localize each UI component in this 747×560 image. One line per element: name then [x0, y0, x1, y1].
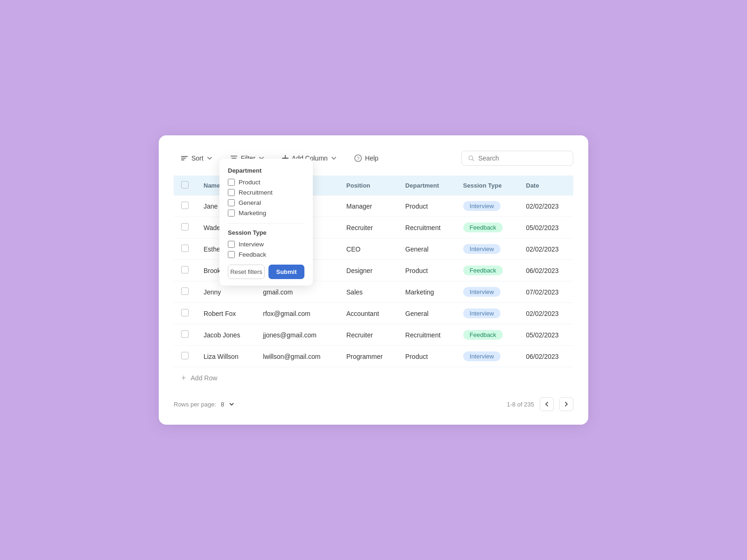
rows-per-page-select[interactable]: 8 16 32: [219, 400, 235, 408]
filter-dropdown: Department Product Recruitment General M…: [219, 159, 313, 286]
filter-option-interview[interactable]: Interview: [228, 241, 304, 248]
reset-filters-button[interactable]: Reset filters: [228, 265, 265, 279]
filter-divider: [228, 223, 304, 224]
row-email: jjones@gmail.com: [255, 324, 339, 346]
row-session-type: Feedback: [456, 217, 519, 238]
row-position: Recruiter: [339, 324, 398, 346]
session-type-badge: Interview: [463, 308, 500, 318]
row-position: Sales: [339, 281, 398, 303]
col-date: Date: [519, 175, 574, 196]
submit-button[interactable]: Submit: [268, 265, 304, 279]
label-interview: Interview: [239, 241, 264, 248]
department-options: Product Recruitment General Marketing: [228, 179, 304, 217]
row-session-type: Feedback: [456, 260, 519, 281]
checkbox-product[interactable]: [228, 179, 235, 186]
help-button[interactable]: ? Help: [347, 150, 385, 166]
rows-per-page: Rows per page: 8 16 32: [174, 400, 235, 408]
add-row-icon: +: [181, 374, 186, 382]
col-checkbox: [174, 175, 196, 196]
pagination: Rows per page: 8 16 32 1-8 of 235: [174, 397, 573, 411]
label-feedback: Feedback: [239, 251, 266, 258]
row-checkbox[interactable]: [181, 287, 189, 295]
sort-button[interactable]: Sort: [174, 150, 219, 166]
row-date: 02/02/2023: [519, 238, 574, 260]
row-checkbox-cell: [174, 281, 196, 303]
row-email: rfox@gmail.com: [255, 303, 339, 324]
filter-option-recruitment[interactable]: Recruitment: [228, 189, 304, 196]
row-session-type: Interview: [456, 196, 519, 217]
session-type-badge: Feedback: [463, 223, 503, 232]
svg-text:?: ?: [357, 156, 359, 161]
row-department: Recruitment: [398, 324, 456, 346]
add-row-button[interactable]: + Add Row: [174, 367, 573, 389]
row-checkbox[interactable]: [181, 266, 189, 273]
row-email: lwillson@gmail.com: [255, 346, 339, 367]
session-type-badge: Interview: [463, 244, 500, 254]
table-row: Liza Willson lwillson@gmail.com Programm…: [174, 346, 573, 367]
row-checkbox-cell: [174, 346, 196, 367]
add-column-chevron-icon: [331, 155, 337, 161]
row-department: Product: [398, 346, 456, 367]
rows-per-page-label: Rows per page:: [174, 401, 216, 408]
row-checkbox-cell: [174, 238, 196, 260]
row-department: Product: [398, 196, 456, 217]
main-card: Sort Filter Add Column: [159, 135, 588, 425]
filter-option-feedback[interactable]: Feedback: [228, 251, 304, 258]
label-general: General: [239, 199, 261, 206]
row-checkbox[interactable]: [181, 309, 189, 316]
row-date: 02/02/2023: [519, 303, 574, 324]
row-position: Recruiter: [339, 217, 398, 238]
session-type-badge: Feedback: [463, 330, 503, 340]
row-date: 05/02/2023: [519, 217, 574, 238]
checkbox-marketing[interactable]: [228, 210, 235, 217]
header-checkbox[interactable]: [181, 181, 189, 189]
checkbox-feedback[interactable]: [228, 251, 235, 258]
row-name: Robert Fox: [196, 303, 255, 324]
row-checkbox[interactable]: [181, 202, 189, 209]
pagination-controls: 1-8 of 235: [507, 397, 573, 411]
label-recruitment: Recruitment: [239, 189, 273, 196]
filter-option-general[interactable]: General: [228, 199, 304, 206]
department-section-title: Department: [228, 167, 304, 174]
row-session-type: Interview: [456, 281, 519, 303]
sort-chevron-icon: [206, 155, 213, 161]
row-position: CEO: [339, 238, 398, 260]
row-checkbox[interactable]: [181, 223, 189, 231]
row-department: Product: [398, 260, 456, 281]
checkbox-interview[interactable]: [228, 241, 235, 248]
table-row: Robert Fox rfox@gmail.com Accountant Gen…: [174, 303, 573, 324]
row-checkbox-cell: [174, 260, 196, 281]
filter-option-product[interactable]: Product: [228, 179, 304, 186]
row-position: Programmer: [339, 346, 398, 367]
row-session-type: Interview: [456, 303, 519, 324]
session-type-badge: Interview: [463, 287, 500, 297]
session-type-badge: Feedback: [463, 266, 503, 275]
checkbox-general[interactable]: [228, 199, 235, 206]
table-row: Jacob Jones jjones@gmail.com Recruiter R…: [174, 324, 573, 346]
row-checkbox[interactable]: [181, 245, 189, 252]
row-checkbox[interactable]: [181, 330, 189, 338]
add-row-label: Add Row: [191, 374, 218, 382]
pagination-range: 1-8 of 235: [507, 401, 534, 408]
row-name: Jacob Jones: [196, 324, 255, 346]
row-date: 05/02/2023: [519, 324, 574, 346]
row-date: 06/02/2023: [519, 260, 574, 281]
col-department: Department: [398, 175, 456, 196]
row-date: 07/02/2023: [519, 281, 574, 303]
checkbox-recruitment[interactable]: [228, 189, 235, 196]
row-checkbox[interactable]: [181, 352, 189, 359]
row-department: General: [398, 238, 456, 260]
col-position: Position: [339, 175, 398, 196]
search-input[interactable]: [478, 154, 566, 162]
session-type-badge: Interview: [463, 201, 500, 211]
row-position: Manager: [339, 196, 398, 217]
row-session-type: Feedback: [456, 324, 519, 346]
row-name: Liza Willson: [196, 346, 255, 367]
filter-option-marketing[interactable]: Marketing: [228, 210, 304, 217]
next-page-button[interactable]: [559, 397, 573, 411]
row-checkbox-cell: [174, 217, 196, 238]
row-date: 06/02/2023: [519, 346, 574, 367]
row-department: Marketing: [398, 281, 456, 303]
row-checkbox-cell: [174, 303, 196, 324]
prev-page-button[interactable]: [540, 397, 554, 411]
